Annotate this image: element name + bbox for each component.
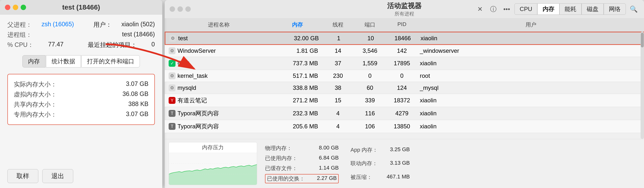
user-cell: xiaolin	[418, 96, 644, 105]
table-header: 进程名称 内存 线程 端口 PID 用户	[165, 18, 644, 32]
parent-process-link[interactable]: zsh (16065)	[42, 21, 74, 29]
maximize-button[interactable]	[21, 5, 26, 10]
cached-files-stat: 已缓存文件： 1.14 GB	[265, 164, 339, 173]
shared-memory-row: 共享内存大小： 388 KB	[14, 99, 148, 109]
ports-cell: 106	[354, 122, 386, 131]
stats-box-left: 物理内存： 8.00 GB 已使用内存： 6.84 GB 已缓存文件： 1.14…	[261, 142, 343, 185]
threads-cell: 4	[322, 109, 354, 118]
ports-cell: 10	[355, 34, 387, 43]
generic-icon: ⚙	[169, 35, 176, 42]
table-row[interactable]: T Typora网页内容 205.6 MB 4 106 13850 xiaoli…	[165, 120, 644, 133]
tab-disk[interactable]: 磁盘	[582, 3, 604, 15]
view-tabs: CPU 内存 能耗 磁盘 网络	[514, 3, 626, 15]
right-traffic-lights	[170, 6, 191, 12]
physical-memory-stat: 物理内存： 8.00 GB	[265, 144, 339, 153]
user-cell: root	[418, 71, 644, 80]
pid-cell: 142	[386, 46, 418, 55]
memory-cell: 338.8 MB	[273, 83, 322, 92]
table-row[interactable]: ⚙ kernel_task 517.1 MB 230 0 0 root	[165, 70, 644, 82]
bottom-section: 内存压力 物理内存： 8.00 GB 已使用内存： 6	[165, 139, 644, 188]
table-row[interactable]: ✓ 微信 737.3 MB 37 1,559 17895 xiaolin	[165, 57, 644, 70]
process-name-cell: Y 有道云笔记	[165, 95, 273, 105]
th-threads[interactable]: 线程	[322, 20, 354, 29]
search-icon-button[interactable]: 🔍	[628, 4, 639, 14]
compressed-label: 被压缩：	[350, 174, 372, 181]
window-title: test (18466)	[62, 3, 100, 11]
right-minimize-button[interactable]	[178, 6, 183, 12]
info-button[interactable]: ⓘ	[488, 4, 499, 14]
tab-stats[interactable]: 统计数据	[46, 55, 81, 67]
process-name-cell: ⚙ WindowServer	[165, 46, 273, 55]
more-button[interactable]: •••	[501, 4, 512, 14]
sample-button[interactable]: 取样	[7, 169, 38, 183]
pid-cell: 0	[386, 71, 418, 80]
quit-button[interactable]: 退出	[42, 169, 73, 183]
tab-cpu[interactable]: CPU	[514, 3, 537, 15]
shared-memory-value: 388 KB	[128, 100, 148, 108]
app-subtitle: 所有进程	[387, 10, 422, 17]
app-title: 活动监视器	[387, 1, 422, 10]
memory-cell: 32.00 GB	[274, 34, 323, 43]
cpu-label: % CPU：	[7, 41, 34, 49]
parent-process-row: 父进程： zsh (16065) 用户： xiaolin (502)	[7, 21, 155, 29]
process-name-text: 有道云笔记	[178, 96, 207, 104]
tab-energy[interactable]: 能耗	[560, 3, 582, 15]
threads-cell: 15	[322, 96, 354, 105]
process-name-text: test	[178, 35, 188, 42]
tab-memory[interactable]: 内存	[22, 55, 46, 67]
user-cell: _windowserver	[418, 46, 644, 55]
used-memory-stat: 已使用内存： 6.84 GB	[265, 154, 339, 163]
typora-icon: T	[168, 123, 176, 130]
left-panel: test (18466) 父进程： zsh (16065) 用户： xiaoli…	[0, 0, 162, 188]
table-row[interactable]: T Typora网页内容 232.3 MB 4 116 4279 xiaolin	[165, 107, 644, 120]
app-memory-stat: App 内存： 3.25 GB	[350, 146, 410, 154]
tab-memory-right[interactable]: 内存	[537, 3, 560, 15]
cached-files-value: 1.14 GB	[314, 165, 339, 172]
scrollbar-thumb[interactable]	[641, 33, 644, 47]
scrollbar[interactable]	[640, 32, 644, 139]
recent-hang-value: 0	[152, 41, 155, 49]
process-name-cell: T Typora网页内容	[165, 108, 273, 118]
table-row[interactable]: Y 有道云笔记 271.2 MB 15 339 18372 xiaolin	[165, 94, 644, 107]
actual-memory-row: 实际内存大小： 3.07 GB	[14, 79, 148, 89]
minimize-button[interactable]	[13, 5, 18, 10]
table-body: ⚙ test 32.00 GB 1 10 18466 xiaolin ⚙ Win…	[165, 32, 644, 133]
right-maximize-button[interactable]	[185, 6, 191, 12]
th-user[interactable]: 用户	[418, 20, 644, 29]
process-info: 父进程： zsh (16065) 用户： xiaolin (502) 进程组： …	[0, 15, 162, 51]
stop-button[interactable]: ✕	[475, 4, 486, 14]
process-name-text: kernel_task	[178, 72, 208, 79]
parent-process-label: 父进程：	[7, 21, 32, 29]
tab-files[interactable]: 打开的文件和端口	[81, 55, 140, 67]
table-row[interactable]: ⚙ WindowServer 1.81 GB 14 3,546 142 _win…	[165, 45, 644, 57]
right-toolbar: ✕ ⓘ ••• CPU 内存 能耗 磁盘 网络 🔍	[475, 3, 639, 15]
process-name-cell: ⚙ test	[166, 34, 274, 43]
pressure-chart: 内存压力	[168, 142, 257, 185]
th-pid[interactable]: PID	[386, 20, 418, 29]
th-memory[interactable]: 内存	[273, 20, 322, 29]
used-memory-value: 6.84 GB	[314, 155, 339, 162]
traffic-lights	[5, 5, 26, 10]
th-process-name[interactable]: 进程名称	[165, 20, 273, 29]
right-close-button[interactable]	[170, 6, 175, 12]
generic-icon: ⚙	[168, 84, 176, 91]
physical-memory-label: 物理内存：	[265, 145, 292, 152]
tab-network[interactable]: 网络	[604, 3, 626, 15]
process-group-row: 进程组： test (18466)	[7, 31, 155, 39]
close-button[interactable]	[5, 5, 10, 10]
table-row[interactable]: ⚙ test 32.00 GB 1 10 18466 xiaolin	[165, 32, 644, 45]
threads-cell: 230	[322, 71, 354, 80]
process-name-cell: ⚙ mysqld	[165, 83, 273, 92]
pid-cell: 124	[386, 83, 418, 92]
private-memory-value: 3.07 GB	[126, 110, 148, 119]
wechat-icon: ✓	[168, 60, 176, 67]
threads-cell: 14	[322, 46, 354, 55]
youdao-icon: Y	[168, 97, 176, 104]
user-value: xiaolin (502)	[122, 21, 155, 29]
pressure-graph	[169, 153, 257, 185]
pressure-title: 内存压力	[169, 142, 257, 153]
process-group-value: test (18466)	[122, 31, 155, 39]
memory-cell: 271.2 MB	[273, 96, 322, 105]
th-ports[interactable]: 端口	[354, 20, 386, 29]
table-row[interactable]: ⚙ mysqld 338.8 MB 38 60 124 _mysql	[165, 82, 644, 94]
